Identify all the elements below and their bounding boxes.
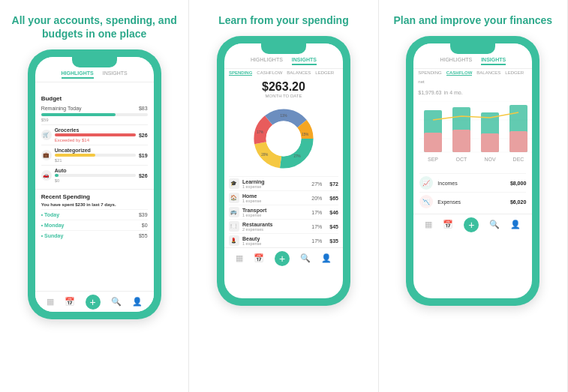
budget-section: Budget Remaining Today $83 $59 🛒 Groceri… [35,91,154,189]
tab-insights-3[interactable]: INSIGHTS [481,55,506,65]
sub-tab-spending-2[interactable]: SPENDING [229,70,252,76]
auto-bar [55,174,59,177]
groceries-info: Groceries Exceeded by $14 [55,127,136,142]
home-icon: 🏠 [229,193,239,203]
sub-tab-balances-2[interactable]: BALANCES [287,70,311,76]
groceries-bar-wrap [55,133,136,136]
transport-pct: 17% [311,210,326,215]
phone-3-nav: ▦ 📅 + 🔍 👤 [413,214,532,235]
donut-svg: 11% 15% 27% 20% 17% [250,105,317,172]
svg-text:11%: 11% [280,114,287,118]
phone-1-content: Budget Remaining Today $83 $59 🛒 Groceri… [35,82,154,291]
sub-tab-cashflow-3[interactable]: CASHFLOW [446,70,473,76]
phone-1-nav: ▦ 📅 + 🔍 👤 [35,291,154,312]
donut-chart: 11% 15% 27% 20% 17% [224,101,343,176]
remaining-bar-wrap [41,113,148,116]
sunday-label: • Sunday [41,233,64,238]
nav-search-icon[interactable]: 🔍 [111,297,122,307]
nav3-search-icon[interactable]: 🔍 [489,220,500,229]
phone-1-screen: HIGHLIGHTS INSIGHTS Budget Remaining Tod… [35,57,154,312]
tab-insights-2[interactable]: INSIGHTS [292,55,317,65]
nav2-chart-icon[interactable]: ▦ [236,253,243,263]
spending-item-learning: 🎓 Learning 1 expense 27% $72 [229,176,338,190]
recent-section: Recent Spending You have spent $230 in l… [35,189,154,244]
sub-tab-cashflow-2[interactable]: CASHFLOW [257,70,282,76]
restaurants-icon: 🍽️ [229,221,239,232]
expenses-icon: 📉 [419,195,433,208]
uncategorized-amount: $19 [139,153,148,158]
nav2-add-icon[interactable]: + [275,251,290,266]
phone-1: HIGHLIGHTS INSIGHTS Budget Remaining Tod… [28,49,161,319]
spending-item-beauty: 💄 Beauty 1 expense 17% $35 [229,233,338,247]
learning-sub: 1 expense [242,184,308,189]
home-pct: 20% [311,196,326,201]
sunday-amount: $55 [139,233,148,238]
nav2-calendar-icon[interactable]: 📅 [254,253,264,263]
uncategorized-bar-wrap [55,154,136,157]
monday-amount: $0 [142,223,148,228]
nav-chart-icon[interactable]: ▦ [47,297,54,307]
svg-point-5 [266,121,302,157]
auto-bar-wrap [55,174,136,177]
svg-text:OCT: OCT [456,157,468,162]
transport-name: Transport [242,208,308,213]
nav3-chart-icon[interactable]: ▦ [425,220,432,229]
learning-icon: 🎓 [229,178,239,189]
recent-row-sunday: • Sunday $55 [41,230,148,241]
svg-rect-20 [481,133,499,152]
nav2-profile-icon[interactable]: 👤 [321,253,332,263]
tab-highlights-1[interactable]: HIGHLIGHTS [62,69,94,79]
nav2-search-icon[interactable]: 🔍 [300,253,311,263]
svg-text:20%: 20% [261,153,268,157]
nav-calendar-icon[interactable]: 📅 [65,297,75,307]
learning-pct: 27% [311,181,326,187]
svg-rect-22 [509,131,527,152]
nav3-add-icon[interactable]: + [464,217,479,232]
groceries-bar [55,133,136,136]
panel-3-title: Plan and improve your finances [394,13,553,27]
recent-row-monday: • Monday $0 [41,220,148,230]
svg-text:17%: 17% [257,130,263,134]
total-value: $263.20 [224,80,343,94]
phone-2-notch [261,43,306,54]
cashflow-net: $1,979.63 in 4 mo. [413,86,532,99]
svg-rect-16 [424,133,442,152]
auto-sub: $0 [55,178,136,183]
home-amt: $65 [329,196,338,201]
uncategorized-info: Uncategorized $21 [55,148,136,163]
uncategorized-name: Uncategorized [55,148,136,153]
tab-highlights-2[interactable]: HIGHLIGHTS [251,55,283,65]
nav-profile-icon[interactable]: 👤 [132,297,143,307]
uncategorized-icon: 💼 [41,150,52,160]
panel-2-title: Learn from your spending [218,13,348,27]
auto-info: Auto $0 [55,168,136,183]
monday-label: • Monday [41,223,65,228]
restaurants-pct: 17% [311,224,326,229]
expenses-label: Expenses [437,199,506,205]
uncategorized-sub: $21 [55,158,136,163]
sub-tab-spending-3[interactable]: SPENDING [418,70,441,76]
learning-info: Learning 1 expense [242,179,308,189]
phone-2-nav: ▦ 📅 + 🔍 👤 [224,247,343,268]
groceries-icon: 🛒 [41,130,52,140]
tab-highlights-3[interactable]: HIGHLIGHTS [440,55,472,65]
nav3-calendar-icon[interactable]: 📅 [443,220,453,229]
svg-text:SEP: SEP [428,157,438,162]
learning-name: Learning [242,179,308,184]
sub-tab-ledger-2[interactable]: LEDGER [315,70,334,76]
groceries-sub: Exceeded by $14 [55,138,136,142]
nav3-profile-icon[interactable]: 👤 [510,220,521,229]
sub-tab-balances-3[interactable]: BALANCES [476,70,500,76]
phone-1-tabs: HIGHLIGHTS INSIGHTS [35,66,154,82]
budget-title: Budget [41,95,148,102]
learning-amt: $72 [329,181,338,187]
phone-2: HIGHLIGHTS INSIGHTS SPENDING CASHFLOW BA… [217,36,350,306]
sub-tab-ledger-3[interactable]: LEDGER [505,70,524,76]
restaurants-info: Restaurants 2 expenses [242,222,308,232]
groceries-amount: $26 [139,133,148,138]
spending-item-restaurants: 🍽️ Restaurants 2 expenses 17% $45 [229,219,338,233]
incomes-label: Incomes [437,181,506,186]
nav-add-icon[interactable]: + [86,295,101,310]
bar-chart-container: SEP OCT NOV DEC [413,99,532,170]
tab-insights-1[interactable]: INSIGHTS [103,69,128,79]
